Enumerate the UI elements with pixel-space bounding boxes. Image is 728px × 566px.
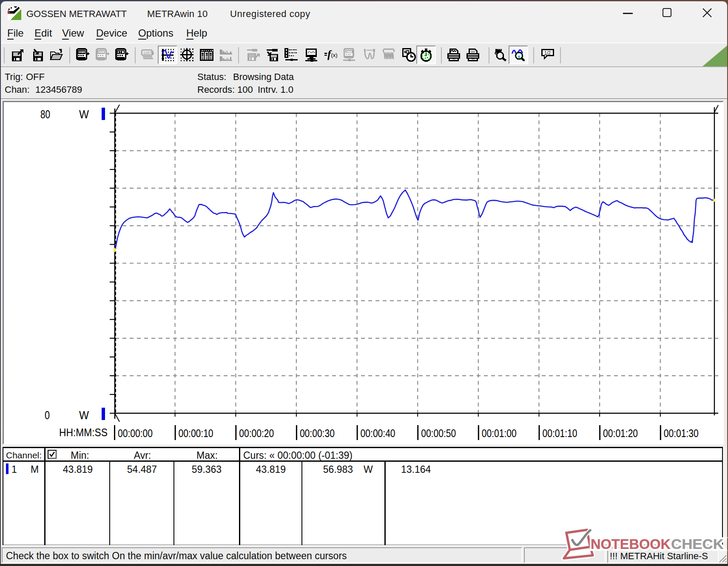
svg-text:00:00:00: 00:00:00 [118, 427, 153, 440]
svg-text:00:00:30: 00:00:30 [300, 427, 335, 440]
svg-text:(x): (x) [331, 52, 337, 58]
svg-text:321: 321 [79, 50, 85, 54]
svg-text:W: W [79, 108, 89, 121]
svg-text:1257: 1257 [143, 51, 151, 55]
svg-text:00:00:20: 00:00:20 [239, 427, 274, 440]
svg-text:00:01:20: 00:01:20 [603, 427, 638, 440]
svg-text:00:01:00: 00:01:00 [482, 427, 517, 440]
svg-text:W: W [79, 409, 89, 422]
svg-text:00:00:50: 00:00:50 [421, 427, 456, 440]
svg-text:321: 321 [346, 49, 351, 53]
svg-text:00:01:30: 00:01:30 [664, 427, 699, 440]
svg-text:00:00:10: 00:00:10 [179, 427, 213, 440]
svg-text:321: 321 [98, 50, 104, 54]
svg-text:0: 0 [45, 409, 50, 422]
svg-text:00:01:10: 00:01:10 [543, 427, 577, 440]
svg-text:00:00:40: 00:00:40 [361, 427, 395, 440]
svg-text:1/2: 1/2 [544, 50, 551, 55]
svg-text:80: 80 [40, 108, 50, 121]
svg-text:HH:MM:SS: HH:MM:SS [59, 426, 108, 439]
